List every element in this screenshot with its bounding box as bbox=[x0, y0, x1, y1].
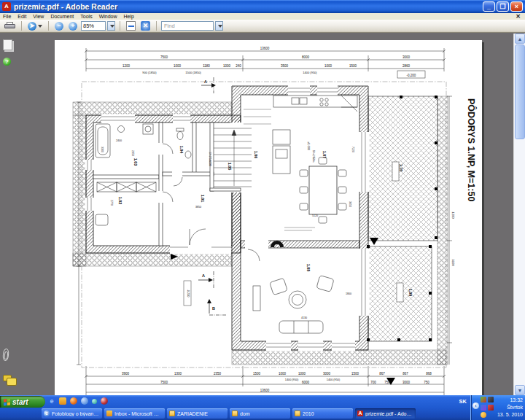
room-label: 1.02 bbox=[118, 197, 122, 205]
zoom-in-button[interactable]: + bbox=[67, 20, 79, 31]
elevation-box bbox=[392, 162, 399, 181]
tray-icon[interactable] bbox=[481, 405, 486, 411]
dim-label: 2350 bbox=[214, 372, 222, 376]
zoom-out-button[interactable]: − bbox=[53, 20, 65, 31]
messenger-icon[interactable] bbox=[81, 397, 88, 405]
scrollbar-thumb[interactable] bbox=[515, 44, 525, 139]
pdf-page[interactable]: 13600 7500 8000 3000 1200 1000 1180 1000… bbox=[55, 40, 482, 395]
task-label: Inbox - Microsoft Out... bbox=[114, 411, 163, 416]
quick-launch-bar: e bbox=[48, 397, 108, 405]
stairs-note: 17x175,4/300 bbox=[209, 152, 211, 166]
menu-document[interactable]: Document bbox=[50, 14, 74, 19]
scroll-up-arrow-icon[interactable]: ▲ bbox=[515, 34, 525, 44]
floor-plan-svg: 13600 7500 8000 3000 1200 1000 1180 1000… bbox=[55, 40, 482, 395]
fit-page-button[interactable] bbox=[139, 20, 152, 31]
task-label: prizemie.pdf - Adobe ... bbox=[365, 411, 413, 416]
media-player-icon[interactable] bbox=[101, 397, 108, 405]
task-label: 2010 bbox=[303, 411, 314, 416]
room-label: 1.06 bbox=[254, 151, 258, 159]
tray-icon[interactable] bbox=[488, 397, 494, 402]
window-callout: 1400 (950) bbox=[327, 378, 341, 381]
close-button[interactable]: × bbox=[510, 1, 523, 12]
task-button-active[interactable]: A prizemie.pdf - Adobe ... bbox=[355, 408, 416, 419]
help-icon[interactable]: ? bbox=[3, 58, 11, 66]
menu-window[interactable]: Window bbox=[99, 14, 117, 19]
window-callout: 1400 (950) bbox=[303, 71, 317, 74]
print-button[interactable] bbox=[3, 20, 17, 31]
task-button[interactable]: Inbox - Microsoft Out... bbox=[104, 408, 165, 419]
tray-day: Štvrtok bbox=[497, 404, 523, 411]
dim-label: 5120 bbox=[312, 214, 318, 217]
elevation-labels: ±0,000 SV=2,950m -0,200 17x175,4/300 bbox=[184, 141, 315, 306]
dim-label: 2770 bbox=[110, 200, 113, 206]
tray-icon[interactable] bbox=[481, 397, 486, 402]
attachments-paperclip-icon[interactable] bbox=[2, 349, 9, 362]
restore-button[interactable]: ❐ bbox=[497, 1, 509, 12]
menu-view[interactable]: View bbox=[33, 14, 44, 19]
dimension-labels-top: 13600 7500 8000 3000 1200 1000 1180 1000… bbox=[122, 47, 411, 74]
menu-help[interactable]: Help bbox=[124, 14, 134, 19]
plan-title: PÔDORYS 1.NP, M=1:50 bbox=[466, 98, 477, 201]
task-button[interactable]: e Fotoblogy o bývaní, s... bbox=[42, 408, 102, 419]
desktop: A prizemie.pdf - Adobe Reader _ ❐ × File… bbox=[0, 0, 525, 420]
tray-collapse-chevron-icon[interactable]: ‹ bbox=[472, 402, 479, 409]
tray-icon[interactable] bbox=[488, 405, 494, 411]
fit-width-icon bbox=[126, 21, 136, 31]
internet-explorer-icon: e bbox=[44, 411, 50, 416]
firefox-icon[interactable] bbox=[70, 397, 77, 405]
dim-label: 3000 bbox=[323, 372, 331, 376]
comments-panel-icon[interactable] bbox=[3, 375, 12, 381]
task-button[interactable]: 2010 bbox=[292, 408, 353, 419]
menu-tools[interactable]: Tools bbox=[80, 14, 92, 19]
menu-edit[interactable]: Edit bbox=[18, 14, 26, 19]
dim-label: 240 bbox=[236, 64, 241, 68]
window-titlebar[interactable]: A prizemie.pdf - Adobe Reader _ ❐ × bbox=[0, 0, 525, 13]
mail-icon[interactable] bbox=[59, 397, 66, 405]
minimize-button[interactable]: _ bbox=[483, 1, 495, 12]
window-callout: 900 (1850) bbox=[142, 71, 157, 74]
menu-file[interactable]: File bbox=[3, 14, 11, 19]
outlook-icon bbox=[106, 411, 112, 416]
email-button[interactable]: ➤ bbox=[26, 20, 44, 31]
room-label: 1.08 bbox=[306, 264, 311, 272]
dim-label: 1500 bbox=[253, 372, 261, 376]
dim-label: 1500 bbox=[351, 372, 359, 376]
find-dropdown-button[interactable] bbox=[215, 21, 223, 31]
tray-clock-icon[interactable] bbox=[481, 412, 486, 418]
dim-label: 3900 bbox=[122, 372, 130, 376]
zoom-level-combobox[interactable]: 85% bbox=[81, 21, 106, 31]
elevation-label: ±0,000 bbox=[307, 141, 311, 151]
toolbar: ➤ − + 85% bbox=[0, 20, 525, 33]
app-icon[interactable] bbox=[92, 399, 97, 404]
window-callout: 1400 (950) bbox=[285, 378, 299, 381]
dimension-labels-right: 1200 3100 bbox=[451, 211, 455, 266]
section-label-a: A bbox=[204, 79, 207, 84]
language-indicator[interactable]: SK bbox=[459, 398, 467, 405]
task-button[interactable]: ZARIADENIE bbox=[167, 408, 228, 419]
window-glazing bbox=[88, 88, 365, 347]
find-input[interactable] bbox=[161, 21, 214, 31]
dim-label: 13600 bbox=[260, 389, 270, 392]
walls-group bbox=[86, 86, 368, 350]
room-label: 1.01 bbox=[201, 195, 205, 203]
dim-label: 2860 bbox=[402, 64, 411, 68]
tray-clock[interactable]: 13:32 Štvrtok 13. 5. 2010 bbox=[497, 397, 523, 419]
pages-panel-icon[interactable] bbox=[3, 39, 12, 50]
internet-explorer-icon[interactable]: e bbox=[48, 397, 55, 405]
elevation-label: SV=2,950m bbox=[312, 150, 315, 163]
zoom-dropdown-button[interactable] bbox=[107, 21, 115, 31]
dim-label: 7500 bbox=[160, 55, 168, 59]
scroll-down-arrow-icon[interactable]: ▼ bbox=[515, 385, 525, 395]
tray-icons bbox=[481, 397, 497, 419]
fit-width-button[interactable] bbox=[125, 20, 137, 31]
vertical-scrollbar[interactable]: ▲ ▼ bbox=[513, 34, 525, 395]
dim-label: 700 bbox=[370, 381, 376, 384]
task-buttons-row: e Fotoblogy o bývaní, s... Inbox - Micro… bbox=[42, 408, 416, 419]
start-button[interactable]: start bbox=[0, 396, 45, 408]
section-label-b: B bbox=[212, 306, 215, 311]
dim-label: 1000 bbox=[298, 372, 306, 376]
room-label: 1.07 bbox=[322, 151, 327, 159]
task-button[interactable]: dom bbox=[230, 408, 290, 419]
dim-label: 1200 bbox=[451, 211, 455, 219]
close-document-icon[interactable]: ✕ bbox=[516, 14, 521, 20]
